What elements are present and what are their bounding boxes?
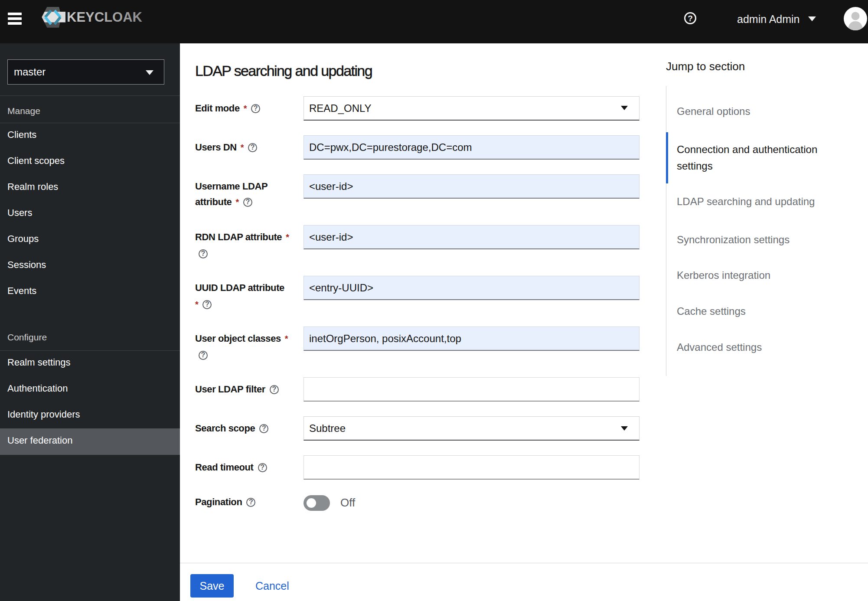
svg-text:KEYCLOAK: KEYCLOAK <box>67 10 143 25</box>
